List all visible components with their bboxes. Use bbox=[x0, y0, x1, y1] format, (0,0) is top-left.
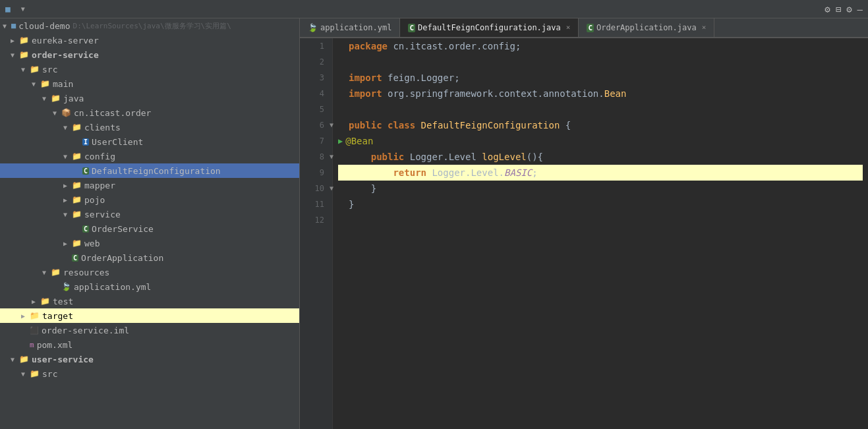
token bbox=[382, 117, 388, 133]
code-line-1: package cn.itcast.order.config; bbox=[338, 38, 863, 54]
tree-item-label: user-service bbox=[32, 355, 94, 364]
tab-bar: 🍃application.ymlCDefaultFeignConfigurati… bbox=[300, 18, 868, 38]
code-line-3: import feign.Logger; bbox=[338, 70, 863, 86]
sidebar-item-OrderService[interactable]: COrderService bbox=[0, 221, 299, 236]
sidebar-item-web[interactable]: ▶📁web bbox=[0, 236, 299, 250]
sidebar-item-DefaultFeignConfiguration[interactable]: CDefaultFeignConfiguration bbox=[0, 163, 299, 178]
tab-application-yml[interactable]: 🍃application.yml bbox=[300, 18, 400, 37]
fold-icon-10[interactable]: ▼ bbox=[330, 181, 333, 196]
sidebar-item-mapper[interactable]: ▶📁mapper bbox=[0, 178, 299, 192]
token bbox=[349, 149, 371, 165]
line-number-4: 4 bbox=[308, 86, 324, 101]
tree-item-label: OrderService bbox=[92, 224, 154, 234]
yml-file-icon: 🍃 bbox=[61, 282, 71, 291]
sidebar-item-application-yml[interactable]: 🍃application.yml bbox=[0, 279, 299, 294]
tree-arrow: ▶ bbox=[32, 298, 38, 305]
tree-item-path: D:\LearnSources\java\微服务学习\实用篇\ bbox=[73, 21, 231, 31]
tab-close-button[interactable]: × bbox=[702, 23, 707, 32]
token: feign.Logger; bbox=[382, 70, 460, 86]
code-line-2 bbox=[338, 54, 863, 70]
code-line-5 bbox=[338, 101, 863, 117]
fold-icon-8[interactable]: ▼ bbox=[330, 149, 333, 165]
settings-icon[interactable]: ⚙ bbox=[825, 4, 830, 14]
minimize-icon[interactable]: — bbox=[857, 4, 863, 14]
code-line-12 bbox=[338, 212, 863, 228]
tab-default-feign[interactable]: CDefaultFeignConfiguration.java× bbox=[400, 18, 579, 37]
code-line-6: public class DefaultFeignConfiguration { bbox=[338, 117, 863, 133]
project-icon: ■ bbox=[5, 4, 11, 14]
token: (){ bbox=[527, 149, 543, 165]
tab-close-button[interactable]: × bbox=[566, 23, 571, 32]
sidebar-item-pom-xml[interactable]: mpom.xml bbox=[0, 337, 299, 352]
folder-icon: 📁 bbox=[72, 195, 82, 204]
sidebar-item-resources[interactable]: ▼📁resources bbox=[0, 265, 299, 279]
tree-item-label: java bbox=[63, 94, 84, 103]
module-folder-icon: 📁 bbox=[19, 355, 29, 364]
line-number-2: 2 bbox=[308, 54, 324, 70]
gear-icon[interactable]: ⚙ bbox=[846, 4, 852, 14]
token: import bbox=[349, 70, 382, 86]
sidebar-item-OrderApplication[interactable]: COrderApplication bbox=[0, 250, 299, 265]
token: public bbox=[371, 149, 405, 165]
sidebar-item-target[interactable]: ▶📁target bbox=[0, 308, 299, 323]
sidebar-item-service[interactable]: ▼📁service bbox=[0, 207, 299, 221]
tab-order-application[interactable]: COrderApplication.java× bbox=[579, 18, 714, 37]
sidebar-item-test[interactable]: ▶📁test bbox=[0, 294, 299, 308]
token: class bbox=[388, 117, 415, 133]
tree-arrow: ▶ bbox=[63, 182, 70, 189]
editor-pane: 🍃application.ymlCDefaultFeignConfigurati… bbox=[300, 18, 868, 429]
line-number-3: 3 bbox=[308, 70, 324, 86]
java-icon: C bbox=[587, 23, 594, 32]
sidebar-item-order-service-iml[interactable]: ⬛order-service.iml bbox=[0, 323, 299, 337]
sidebar-item-cn-itcast-order[interactable]: ▼📦cn.itcast.order bbox=[0, 105, 299, 120]
java-interface-icon: I bbox=[82, 137, 89, 146]
code-line-8: public Logger.Level logLevel(){ bbox=[338, 149, 863, 165]
tree-arrow: ▼ bbox=[3, 22, 9, 30]
tree-item-label: UserClient bbox=[92, 137, 143, 147]
sidebar-item-config[interactable]: ▼📁config bbox=[0, 149, 299, 163]
sidebar-item-cloud-demo[interactable]: ▼■cloud-demoD:\LearnSources\java\微服务学习\实… bbox=[0, 18, 299, 33]
tree-item-label: resources bbox=[63, 268, 109, 277]
sidebar-item-src2[interactable]: ▼📁src bbox=[0, 366, 299, 381]
layout-icon[interactable]: ⊟ bbox=[836, 4, 841, 14]
pom-file-icon: m bbox=[30, 340, 34, 349]
tab-label: OrderApplication.java bbox=[596, 23, 697, 32]
tab-label: application.yml bbox=[320, 23, 391, 32]
line-number-11: 11 bbox=[308, 196, 324, 212]
fold-icon-6[interactable]: ▼ bbox=[330, 117, 333, 133]
token: logLevel bbox=[482, 149, 526, 165]
token: } bbox=[349, 181, 376, 196]
project-sidebar: ▼■cloud-demoD:\LearnSources\java\微服务学习\实… bbox=[0, 18, 300, 429]
tree-arrow: ▶ bbox=[63, 196, 70, 204]
folder-icon: 📁 bbox=[40, 297, 50, 306]
dropdown-arrow[interactable]: ▼ bbox=[21, 5, 25, 13]
code-lines: package cn.itcast.order.config;import fe… bbox=[333, 38, 868, 429]
sidebar-item-main[interactable]: ▼📁main bbox=[0, 76, 299, 91]
sidebar-item-src[interactable]: ▼📁src bbox=[0, 62, 299, 76]
token: BASIC bbox=[504, 165, 532, 181]
editor-content: 123456▼78▼910▼1112 package cn.itcast.ord… bbox=[300, 38, 868, 429]
sidebar-item-user-service[interactable]: ▼📁user-service bbox=[0, 352, 299, 366]
sidebar-item-clients[interactable]: ▼📁clients bbox=[0, 120, 299, 134]
folder-icon: 📁 bbox=[72, 123, 82, 132]
sidebar-item-eureka-server[interactable]: ▶📁eureka-server bbox=[0, 33, 299, 47]
tree-arrow: ▼ bbox=[53, 109, 59, 117]
main-layout: ▼■cloud-demoD:\LearnSources\java\微服务学习\实… bbox=[0, 18, 868, 429]
tree-item-label: src bbox=[42, 65, 57, 74]
line-number-9: 9 bbox=[308, 165, 324, 181]
tree-item-label: application.yml bbox=[74, 282, 151, 292]
sidebar-item-UserClient[interactable]: IUserClient bbox=[0, 134, 299, 149]
module-folder-icon: 📁 bbox=[19, 36, 29, 45]
code-line-4: import org.springframework.context.annot… bbox=[338, 86, 863, 101]
token: DefaultFeignConfiguration bbox=[421, 117, 560, 133]
token bbox=[415, 117, 420, 133]
token: return bbox=[393, 165, 426, 181]
tree-item-label: order-service bbox=[32, 50, 99, 60]
sidebar-item-pojo[interactable]: ▶📁pojo bbox=[0, 192, 299, 207]
token: public bbox=[349, 117, 382, 133]
sidebar-item-order-service[interactable]: ▼📁order-service bbox=[0, 47, 299, 62]
project-folder-icon: ■ bbox=[11, 21, 16, 30]
token: Logger.Level bbox=[404, 149, 482, 165]
editor-area[interactable]: 123456▼78▼910▼1112 package cn.itcast.ord… bbox=[300, 38, 868, 429]
sidebar-item-java[interactable]: ▼📁java bbox=[0, 91, 299, 105]
